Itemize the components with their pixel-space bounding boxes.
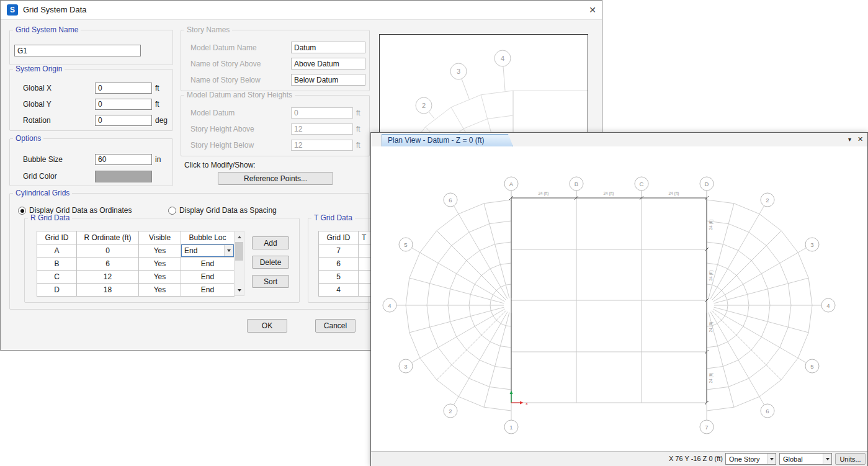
ordinate-cell[interactable]: 0 — [77, 244, 139, 258]
height-above-unit: ft — [356, 125, 360, 133]
bubble-loc-cell[interactable]: End — [181, 284, 235, 297]
svg-text:3: 3 — [810, 241, 813, 248]
ordinate-cell[interactable]: 12 — [77, 271, 139, 284]
bubble-size-label: Bubble Size — [23, 155, 63, 164]
scrollbar-thumb[interactable] — [235, 242, 243, 261]
options-label: Options — [13, 135, 43, 143]
grid-bubble: A — [504, 177, 518, 190]
coord-system-dropdown[interactable]: Global — [779, 453, 832, 465]
svg-text:4: 4 — [388, 302, 391, 309]
spacing-radio[interactable] — [168, 207, 176, 215]
grid-bubble: C — [635, 177, 648, 190]
system-origin-label: System Origin — [13, 65, 65, 73]
table-row: A 0 Yes End — [37, 244, 235, 258]
grid-id-cell[interactable]: B — [37, 258, 77, 271]
reference-points-button[interactable]: Reference Points... — [218, 172, 333, 185]
building-grid-lines — [511, 198, 707, 403]
grid-bubble: 3 — [399, 359, 413, 373]
ordinate-cell[interactable]: 6 — [77, 258, 139, 271]
dialog-titlebar: S Grid System Data ✕ — [1, 1, 602, 20]
ordinate-cell[interactable]: 18 — [77, 284, 139, 297]
svg-text:1: 1 — [509, 424, 512, 431]
close-icon[interactable]: ✕ — [586, 4, 599, 16]
scroll-up-icon[interactable] — [235, 232, 244, 241]
ordinates-radio[interactable] — [18, 207, 26, 215]
grid-color-label: Grid Color — [23, 172, 57, 181]
bubble-loc-combobox[interactable]: End — [181, 244, 234, 257]
model-datum-name-input[interactable]: Datum — [291, 42, 365, 53]
grid-bubble: 4 — [821, 298, 835, 312]
grid-id-cell[interactable]: 6 — [319, 258, 359, 271]
datum-heights-label: Model Datum and Story Heights — [184, 91, 295, 99]
cursor-coordinates: X 76 Y -16 Z 0 (ft) — [658, 455, 723, 462]
t-grid-header: Grid ID — [319, 231, 359, 244]
grid-system-name-input[interactable]: G1 — [14, 45, 141, 56]
add-button[interactable]: Add — [252, 236, 289, 249]
grid-id-cell[interactable]: 5 — [319, 271, 359, 284]
grid-id-cell[interactable]: 7 — [319, 244, 359, 258]
grid-id-cell[interactable]: 4 — [319, 284, 359, 297]
visible-cell[interactable]: Yes — [139, 271, 181, 284]
svg-text:D: D — [705, 181, 709, 187]
grid-bubble: 3 — [805, 238, 819, 251]
global-x-label: Global X — [23, 84, 51, 92]
cancel-button[interactable]: Cancel — [315, 319, 356, 333]
cylindrical-web-lines — [396, 200, 821, 420]
bubble-loc-cell[interactable]: End — [181, 271, 235, 284]
chevron-down-icon[interactable] — [823, 454, 831, 464]
units-button[interactable]: Units... — [835, 453, 866, 465]
story-below-input[interactable]: Below Datum — [291, 74, 365, 86]
ok-button[interactable]: OK — [247, 319, 287, 333]
global-x-input[interactable]: 0 — [95, 83, 152, 94]
r-grid-header-row: Grid ID R Ordinate (ft) Visible Bubble L… — [37, 231, 235, 244]
grid-system-name-label: Grid System Name — [13, 26, 81, 34]
preview-grid-bubble: 4 — [494, 50, 511, 66]
svg-text:24 (ft): 24 (ft) — [709, 373, 714, 383]
rotation-input[interactable]: 0 — [95, 115, 152, 126]
close-icon[interactable]: ✕ — [856, 135, 865, 144]
cylindrical-grids-label: Cylindrical Grids — [13, 189, 72, 197]
plan-window-titlebar: Plan View - Datum - Z = 0 (ft) ▾ ✕ — [371, 133, 867, 147]
modify-show-label: Click to Modify/Show: — [184, 161, 256, 169]
story-above-input[interactable]: Above Datum — [291, 58, 365, 69]
model-datum-unit: ft — [356, 109, 360, 117]
visible-cell[interactable]: Yes — [139, 244, 181, 258]
chevron-down-icon[interactable] — [767, 454, 776, 464]
bubble-loc-cell[interactable]: End — [181, 244, 235, 258]
plan-drawing: 24 (ft) 24 (ft) 24 (ft) 24 (ft) 24 (ft) … — [371, 146, 867, 451]
story-view-dropdown[interactable]: One Story — [725, 453, 776, 465]
plan-status-bar: X 76 Y -16 Z 0 (ft) One Story Global Uni… — [371, 451, 867, 466]
grid-color-swatch[interactable] — [95, 171, 152, 182]
svg-text:6: 6 — [766, 408, 769, 414]
dialog-title: Grid System Data — [23, 5, 87, 14]
visible-cell[interactable]: Yes — [139, 284, 181, 297]
bubble-size-input[interactable]: 60 — [95, 154, 152, 165]
origin-axes: x — [510, 391, 529, 407]
visible-cell[interactable]: Yes — [139, 258, 181, 271]
grid-id-cell[interactable]: A — [37, 244, 77, 258]
svg-text:6: 6 — [449, 197, 452, 204]
global-x-unit: ft — [155, 84, 159, 92]
delete-button[interactable]: Delete — [252, 256, 289, 269]
window-menu-icon[interactable]: ▾ — [845, 135, 854, 144]
height-above-input[interactable]: 12 — [291, 123, 353, 135]
bubble-loc-cell[interactable]: End — [181, 258, 235, 271]
story-below-label: Name of Story Below — [190, 76, 261, 84]
story-names-label: Story Names — [184, 26, 232, 34]
grid-bubble: 5 — [805, 359, 819, 373]
plan-drawing-canvas[interactable]: 24 (ft) 24 (ft) 24 (ft) 24 (ft) 24 (ft) … — [371, 146, 867, 451]
height-above-label: Story Height Above — [190, 125, 254, 133]
global-y-input[interactable]: 0 — [95, 99, 152, 110]
grid-id-cell[interactable]: D — [37, 284, 77, 297]
height-below-input[interactable]: 12 — [291, 140, 353, 151]
svg-text:3: 3 — [404, 363, 407, 370]
chevron-down-icon[interactable] — [224, 245, 233, 256]
table-scrollbar[interactable] — [234, 231, 244, 296]
plan-view-tab[interactable]: Plan View - Datum - Z = 0 (ft) — [382, 134, 513, 146]
grid-id-cell[interactable]: C — [37, 271, 77, 284]
r-grid-label: R Grid Data — [28, 214, 72, 222]
app-icon: S — [7, 4, 18, 16]
sort-button[interactable]: Sort — [252, 275, 289, 288]
model-datum-input[interactable]: 0 — [291, 107, 353, 119]
scroll-down-icon[interactable] — [235, 285, 244, 295]
